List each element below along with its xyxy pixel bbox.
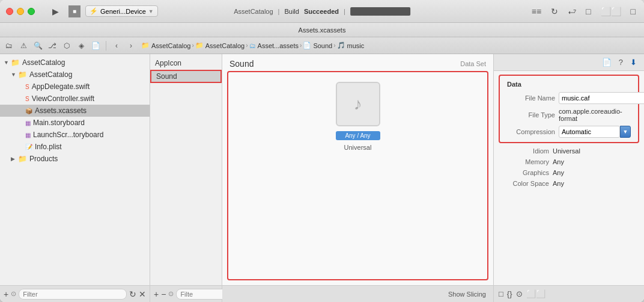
file-name-label: File Name <box>507 94 555 102</box>
tree-item-assetcatalog-root[interactable]: ▼ 📁 AssetCatalog <box>0 57 150 69</box>
graphics-label: Graphics <box>501 169 549 176</box>
collapse-arrow: ▼ <box>4 60 11 66</box>
breadcrumb-assetcatalog[interactable]: 📁 AssetCatalog <box>141 42 190 49</box>
breadcrumb-assetcatalog2[interactable]: 📁 AssetCatalog <box>195 42 245 49</box>
add-asset-button[interactable]: + <box>154 289 159 299</box>
file-type-label: File Type <box>507 111 555 119</box>
file-name-row: File Name ⓘ <box>500 90 638 106</box>
toolbar-right: ≡≡ ↻ ⮐ □ ⬜⬜ □ <box>529 5 638 17</box>
inspector-footer-code-icon[interactable]: {} <box>507 289 512 298</box>
sound-asset-box[interactable]: ♪ <box>336 82 380 126</box>
filter-input[interactable] <box>19 289 127 300</box>
debug-icon[interactable]: ⬡ <box>60 39 73 52</box>
asset-editor-title: Sound <box>229 59 254 69</box>
show-slicing-button[interactable]: Show Slicing <box>448 291 486 298</box>
toolbar-center: AssetCatalog | Build Succeeded | <box>234 7 410 16</box>
inspector-tabs: 📄 ? ⬇ <box>494 54 644 71</box>
minimize-button[interactable] <box>17 8 24 15</box>
inspector-content: Data File Name ⓘ File Type com.apple.cor… <box>494 71 644 285</box>
asset-item-sound[interactable]: Sound <box>150 70 222 83</box>
inspector-footer-doc-icon[interactable]: □ <box>499 289 503 298</box>
search-icon[interactable]: 🔍 <box>31 39 44 52</box>
breadcrumb-sep4: › <box>333 42 335 49</box>
editor-split-icon[interactable]: ⬜⬜ <box>598 5 624 17</box>
file-name-input[interactable] <box>559 92 644 104</box>
tree-item-assets[interactable]: 📦 Assets.xcassets <box>0 105 150 117</box>
download-tab[interactable]: ⬇ <box>628 57 639 68</box>
breakpoint-icon[interactable]: ◈ <box>74 39 88 52</box>
inspector-footer-circle-icon[interactable]: ⊙ <box>516 289 523 298</box>
swift-file-icon: S <box>25 84 29 90</box>
graphics-row: Graphics Any <box>494 167 644 178</box>
sound-folder-icon: 📄 <box>303 42 311 49</box>
editor-single-icon[interactable]: □ <box>583 5 593 17</box>
nav-separator <box>106 41 106 51</box>
breadcrumb-sound[interactable]: 📄 Sound <box>303 42 332 49</box>
xcassets-icon: 📦 <box>25 108 32 114</box>
storyboard-icon2: ▦ <box>25 132 31 138</box>
universal-label: Universal <box>344 144 372 151</box>
breadcrumb-sep1: › <box>192 42 193 49</box>
file-inspector-tab[interactable]: 📄 <box>600 57 614 68</box>
storyboard-icon: ▦ <box>25 120 31 126</box>
forward-nav-icon[interactable]: › <box>124 39 138 52</box>
data-section: Data File Name ⓘ File Type com.apple.cor… <box>499 75 639 143</box>
fullscreen-button[interactable] <box>28 8 35 15</box>
report-icon[interactable]: 📄 <box>89 39 102 52</box>
stop-button[interactable]: ■ <box>68 5 80 17</box>
tree-item-launchstoryboard[interactable]: ▦ LaunchScr...toryboard <box>0 129 150 141</box>
tree-item-appdelegate[interactable]: S AppDelegate.swift <box>0 81 150 93</box>
products-folder-icon: 📁 <box>18 155 27 163</box>
inspector-footer-grid-icon[interactable]: ⬜⬜ <box>526 289 545 298</box>
tree-item-infoplist[interactable]: 📝 Info.plist <box>0 141 150 153</box>
build-label: Build <box>284 8 299 15</box>
git-icon[interactable]: ⎇ <box>46 39 59 52</box>
breadcrumb-sep3: › <box>300 42 302 49</box>
idiom-value: Universal <box>553 147 580 155</box>
scheme-selector[interactable]: ⚡ Generi...Device ▼ <box>85 5 158 17</box>
tree-item-products[interactable]: ▶ 📁 Products <box>0 153 150 165</box>
folder-icon2: 📁 <box>18 70 27 79</box>
any-any-badge: Any / Any <box>336 131 380 140</box>
sidebar-footer: + ⊙ ↻ ✕ <box>0 285 150 302</box>
color-space-label: Color Space <box>501 180 549 187</box>
warning-icon[interactable]: ⚠ <box>17 39 30 52</box>
inspector-footer: □ {} ⊙ ⬜⬜ <box>494 285 644 302</box>
swift-file-icon2: S <box>25 96 29 102</box>
folder-icon[interactable]: 🗂 <box>2 39 16 52</box>
layout-icon[interactable]: ≡≡ <box>529 5 544 17</box>
idiom-label: Idiom <box>501 147 549 155</box>
back-nav-icon[interactable]: ‹ <box>110 39 123 52</box>
tree-item-mainstoryboard[interactable]: ▦ Main.storyboard <box>0 117 150 129</box>
asset-list-panel: AppIcon Sound + − ⊙ <box>150 54 222 302</box>
add-file-button[interactable]: + <box>4 289 8 299</box>
main-content: ▼ 📁 AssetCatalog ▼ 📁 AssetCatalog S AppD… <box>0 54 644 302</box>
compression-select-arrow[interactable]: ▼ <box>620 126 631 138</box>
remove-asset-button[interactable]: − <box>161 289 166 299</box>
subtitlebar: Assets.xcassets <box>0 23 644 37</box>
refresh-icon[interactable]: ↻ <box>548 5 560 17</box>
music-note-icon: ♪ <box>354 94 362 114</box>
breadcrumb-music[interactable]: 🎵 music <box>337 42 365 49</box>
compression-select[interactable]: Automatic <box>559 126 620 138</box>
filter-clear-button[interactable]: ✕ <box>139 289 146 299</box>
tree-item-assetcatalog[interactable]: ▼ 📁 AssetCatalog <box>0 69 150 81</box>
tree-item-viewcontroller[interactable]: S ViewController.swift <box>0 93 150 105</box>
expand-arrow: ▶ <box>11 156 18 162</box>
filter-icon-sm: ⊙ <box>11 290 16 298</box>
breadcrumb-assets[interactable]: 🗂 Asset...assets <box>249 42 299 49</box>
filter-action-button[interactable]: ↻ <box>129 289 136 299</box>
color-space-value: Any <box>553 180 564 187</box>
memory-label: Memory <box>501 158 549 165</box>
run-button[interactable]: ▶ <box>47 5 64 17</box>
asset-item-appicon[interactable]: AppIcon <box>150 57 222 70</box>
asset-editor-body: ♪ Any / Any Universal <box>227 71 488 280</box>
close-button[interactable] <box>6 8 13 15</box>
file-tree: ▼ 📁 AssetCatalog ▼ 📁 AssetCatalog S AppD… <box>0 54 150 285</box>
editor-assistant-icon[interactable]: □ <box>628 5 638 17</box>
navigator-bar: 🗂 ⚠ 🔍 ⎇ ⬡ ◈ 📄 ‹ › 📁 AssetCatalog › 📁 Ass… <box>0 37 644 54</box>
help-inspector-tab[interactable]: ? <box>616 57 625 68</box>
graphics-value: Any <box>553 169 564 176</box>
back-icon[interactable]: ⮐ <box>565 5 579 17</box>
file-type-value: com.apple.coreaudio-format <box>559 108 631 122</box>
